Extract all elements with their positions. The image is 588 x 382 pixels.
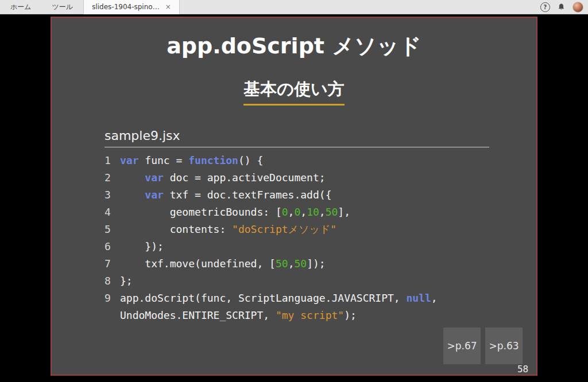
code-line: 7 txf.move(undefined, [50,50]);	[105, 255, 489, 272]
code-line: 3 var txf = doc.textFrames.add({	[105, 186, 489, 204]
line-number: 4	[105, 204, 114, 221]
line-number: 5	[105, 221, 114, 238]
tab-tools[interactable]: ツール	[42, 0, 84, 14]
code-block: 1var func = function() {2 var doc = app.…	[105, 152, 489, 324]
tab-document[interactable]: slides-1904-spino… ×	[83, 0, 180, 14]
topbar-actions: ?	[540, 0, 583, 14]
line-number: 2	[105, 169, 114, 186]
code-line: 5 contents: "doScriptメソッド"	[105, 221, 489, 238]
page-link-p67[interactable]: >p.67	[443, 328, 481, 364]
code-line: 8};	[105, 272, 489, 290]
app-tab-bar: ホーム ツール slides-1904-spino… × ?	[0, 0, 588, 14]
line-number: 1	[105, 152, 114, 169]
pdf-viewer: app.doScript メソッド 基本の使い方 sample9.jsx 1va…	[0, 14, 588, 382]
avatar[interactable]	[572, 2, 583, 13]
tab-document-label: slides-1904-spino…	[92, 3, 160, 11]
slide-page-number: 58	[517, 364, 528, 375]
page-link-p63[interactable]: >p.63	[485, 328, 523, 364]
code-line: 9app.doScript(func, ScriptLanguage.JAVAS…	[105, 290, 489, 307]
code-line: 1var func = function() {	[105, 152, 489, 169]
code-line: 4 geometricBounds: [0,0,10,50],	[105, 204, 489, 221]
code-line: 6 });	[105, 238, 489, 255]
tab-home[interactable]: ホーム	[0, 0, 42, 14]
code-filename: sample9.jsx	[105, 128, 489, 147]
page-links: >p.67 >p.63	[443, 328, 523, 364]
line-number: 8	[105, 272, 114, 290]
slide: app.doScript メソッド 基本の使い方 sample9.jsx 1va…	[51, 17, 537, 376]
help-icon[interactable]: ?	[540, 2, 550, 12]
code-section: sample9.jsx 1var func = function() {2 va…	[105, 128, 489, 324]
line-number	[105, 307, 114, 324]
line-number: 6	[105, 238, 114, 255]
slide-subtitle: 基本の使い方	[243, 78, 344, 106]
bell-icon[interactable]	[557, 3, 566, 11]
tab-close-icon[interactable]: ×	[165, 3, 171, 10]
slide-subtitle-wrap: 基本の使い方	[52, 78, 536, 106]
code-line: UndoModes.ENTIRE_SCRIPT, "my script");	[105, 307, 489, 324]
line-number: 3	[105, 186, 114, 204]
slide-title: app.doScript メソッド	[52, 18, 536, 61]
code-line: 2 var doc = app.activeDocument;	[105, 169, 489, 186]
line-number: 7	[105, 255, 114, 272]
line-number: 9	[105, 290, 114, 307]
